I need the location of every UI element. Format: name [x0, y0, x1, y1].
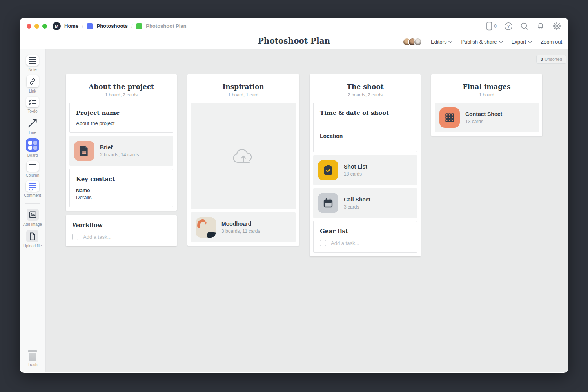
column-header: About the project 1 board, 2 cards	[69, 78, 173, 103]
column-title[interactable]: About the project	[69, 83, 173, 91]
note-name-label: Name	[76, 187, 167, 193]
board-swatch-photoshoots	[87, 23, 93, 29]
chevron-down-icon	[528, 41, 532, 43]
note-gear-list[interactable]: Gear list Add a task...	[313, 221, 417, 253]
publish-share-menu-button[interactable]: Publish & share	[461, 39, 503, 45]
add-task-placeholder[interactable]: Add a task...	[331, 240, 359, 246]
line-arrow-icon	[27, 117, 39, 129]
tool-trash[interactable]: Trash	[27, 350, 38, 367]
board-header-controls: Editors Publish & share Export Zoom out	[403, 34, 562, 49]
export-menu-button[interactable]: Export	[512, 39, 532, 45]
board-canvas[interactable]: 0 Unsorted About the project 1 board, 2 …	[46, 49, 568, 372]
upload-file-icon	[26, 230, 38, 242]
cloud-upload-icon	[231, 147, 256, 165]
board-card-shot-list[interactable]: Shot List 18 cards	[313, 155, 417, 185]
editor-avatars[interactable]	[403, 38, 422, 46]
column-title[interactable]: Final images	[435, 83, 539, 91]
mobile-phone-icon	[486, 22, 492, 31]
board-card-contact-sheet[interactable]: Contact Sheet 13 cards	[435, 103, 539, 132]
unsorted-badge[interactable]: 0 Unsorted	[536, 55, 566, 64]
breadcrumb-separator: /	[82, 24, 83, 29]
help-icon[interactable]: ?	[504, 22, 513, 31]
tool-label: Add image	[23, 222, 42, 227]
note-heading: Time & date of shoot	[320, 109, 410, 116]
tool-note[interactable]: Note	[26, 55, 39, 72]
tool-label: Trash	[27, 363, 37, 367]
location-label: Location	[320, 133, 410, 139]
app-logo-icon[interactable]: M	[53, 22, 61, 30]
unsorted-label: Unsorted	[544, 57, 562, 62]
board-card-title: Shot List	[344, 163, 367, 170]
mobile-uploads-button[interactable]: 0	[486, 22, 497, 31]
tool-label: Line	[29, 131, 36, 135]
editors-menu-button[interactable]: Editors	[431, 39, 452, 45]
breadcrumb-photoshoot-plan[interactable]: Photoshoot Plan	[146, 23, 186, 29]
tool-board[interactable]: Board	[26, 138, 39, 158]
tool-column[interactable]: Column	[26, 161, 39, 178]
tool-label: Note	[28, 67, 36, 72]
column-meta: 2 boards, 2 cards	[313, 93, 417, 97]
breadcrumb-photoshoots[interactable]: Photoshoots	[96, 23, 127, 29]
add-task-placeholder[interactable]: Add a task...	[83, 234, 111, 240]
window-close-button[interactable]	[27, 24, 31, 29]
trash-icon	[27, 350, 38, 361]
column-icon	[27, 161, 39, 172]
board-card-meta: 18 cards	[344, 171, 367, 177]
editors-label: Editors	[431, 39, 446, 45]
window-zoom-button[interactable]	[42, 24, 47, 29]
note-time-date[interactable]: Time & date of shoot Location	[313, 103, 417, 152]
contact-sheet-grid-icon	[439, 107, 460, 128]
task-checkbox[interactable]	[72, 234, 78, 240]
task-checkbox[interactable]	[320, 240, 326, 246]
tool-upload-file[interactable]: Upload file	[23, 230, 42, 248]
window-minimize-button[interactable]	[34, 24, 39, 29]
tool-label: Upload file	[23, 244, 42, 248]
shot-list-clipboard-icon	[318, 160, 338, 180]
chevron-down-icon	[499, 41, 503, 43]
card-workflow[interactable]: Workflow Add a task...	[66, 215, 177, 246]
tool-comment[interactable]: Comment	[24, 181, 41, 198]
tool-todo[interactable]: To-do	[26, 97, 39, 113]
tool-line[interactable]: Line	[27, 117, 39, 135]
board-card-title: Contact Sheet	[465, 111, 502, 117]
board-header: Photoshoot Plan Editors Publish & share …	[20, 34, 568, 49]
board-card-meta: 13 cards	[465, 119, 502, 124]
board-card-brief[interactable]: Brief 2 boards, 14 cards	[69, 136, 173, 166]
notifications-bell-icon[interactable]	[536, 22, 545, 31]
board-card-title: Moodboard	[221, 221, 260, 227]
todo-add-task-row[interactable]: Add a task...	[72, 234, 171, 240]
board-card-call-sheet[interactable]: Call Sheet 3 cards	[313, 188, 417, 218]
note-key-contact[interactable]: Key contact Name Details	[69, 169, 173, 207]
tool-label: Board	[27, 153, 38, 158]
search-icon[interactable]	[520, 22, 529, 31]
breadcrumb-home[interactable]: Home	[64, 23, 78, 29]
column-the-shoot: The shoot 2 boards, 2 cards Time & date …	[310, 74, 421, 256]
image-dropzone[interactable]	[191, 103, 296, 209]
tool-label: Column	[26, 173, 39, 178]
note-project-name[interactable]: Project name About the project	[69, 103, 173, 133]
comment-bubble-icon	[26, 181, 39, 192]
todo-checklist-icon	[26, 97, 39, 107]
board-card-meta: 3 cards	[344, 204, 370, 210]
todo-add-task-row[interactable]: Add a task...	[320, 240, 410, 246]
tool-add-image[interactable]: Add image	[23, 209, 42, 227]
column-title[interactable]: Inspiration	[191, 83, 296, 91]
note-heading: Project name	[76, 109, 167, 116]
column-title[interactable]: The shoot	[313, 83, 417, 91]
note-details-label: Details	[76, 194, 167, 200]
svg-text:?: ?	[507, 24, 510, 29]
column-header: Final images 1 board	[435, 78, 539, 103]
zoom-out-button[interactable]: Zoom out	[541, 39, 562, 45]
avatar	[414, 38, 422, 46]
window-controls	[27, 24, 47, 29]
settings-gear-icon[interactable]	[552, 22, 561, 31]
board-card-meta: 2 boards, 14 cards	[100, 152, 139, 158]
export-label: Export	[512, 39, 526, 45]
column-final-images: Final images 1 board Contact Sheet 13 ca…	[431, 74, 542, 136]
tool-link[interactable]: Link	[27, 75, 39, 93]
board-card-moodboard[interactable]: Moodboard 3 boards, 11 cards	[191, 212, 296, 242]
tool-label: Link	[29, 89, 36, 93]
note-heading: Key contact	[76, 176, 167, 183]
utility-icons: 0 ?	[486, 18, 561, 34]
zoom-out-label: Zoom out	[541, 39, 562, 45]
